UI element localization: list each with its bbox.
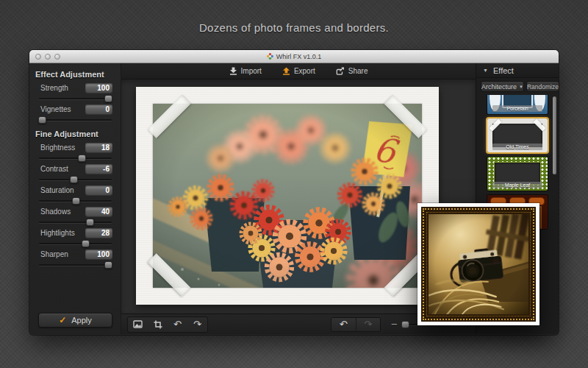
slider-thumb[interactable] (104, 261, 112, 269)
slider-label: Brightness (40, 144, 75, 152)
slider-row-vignettes: Vignettes 0 (38, 104, 112, 124)
effects-panel-title: Effect (493, 66, 514, 75)
slider-label: Contrast (40, 165, 68, 173)
export-arrow-icon (282, 67, 290, 75)
app-pinwheel-icon (267, 53, 273, 60)
slider-value[interactable]: 18 (85, 143, 112, 152)
slider-track[interactable] (39, 175, 112, 183)
slider-row-strength: Strength 100 (38, 82, 112, 102)
desktop-background: Dozens of photo frames and borders. Whir… (0, 0, 588, 368)
rotate-left-button[interactable]: ↶ (168, 318, 187, 331)
slider-row-saturation: Saturation 0 (38, 185, 112, 205)
history-group: ↶ ↷ (331, 317, 381, 332)
thumbnail-label: Old Times (492, 144, 542, 150)
crop-button[interactable] (148, 318, 167, 331)
slider-thumb[interactable] (70, 176, 78, 183)
slider-value[interactable]: 28 (85, 228, 112, 238)
slider-track[interactable] (39, 94, 112, 102)
slider-label: Saturation (40, 186, 74, 194)
slider-track[interactable] (39, 116, 112, 124)
thumbnail-old-times[interactable]: Old Times (487, 118, 548, 152)
slider-label: Vignettes (40, 105, 71, 113)
slider-row-hightlights: Hightlights 28 (38, 227, 112, 247)
zoom-out-icon[interactable]: – (392, 318, 397, 329)
flowers-photo-art: 6 (153, 104, 422, 288)
apply-button[interactable]: ✓ Apply (38, 313, 112, 328)
import-label: Import (241, 67, 262, 75)
photo-frame-old-times[interactable]: 6 (136, 87, 439, 305)
randomize-button[interactable]: Randomize (526, 81, 559, 92)
category-value: Architecture (481, 83, 517, 91)
window-title: Whirl FX v1.0.1 (276, 53, 322, 60)
slider-thumb[interactable] (82, 240, 90, 247)
category-dropdown[interactable]: Architecture ▼ (481, 81, 524, 92)
fit-image-button[interactable] (129, 318, 147, 331)
camera-photo (429, 214, 528, 314)
slider-thumb[interactable] (78, 155, 86, 162)
import-arrow-icon (229, 67, 237, 75)
transform-tool-group: ↶ ↷ (127, 316, 208, 333)
section-fine-adjustment: Fine Adjustment (35, 130, 112, 138)
slider-row-sharpen: Sharpen 100 (38, 249, 112, 269)
apply-label: Apply (71, 316, 92, 325)
minimize-button[interactable] (45, 54, 51, 60)
rotate-right-button[interactable]: ↷ (188, 318, 207, 331)
checkmark-icon: ✓ (59, 316, 66, 325)
undo-button[interactable]: ↶ (331, 318, 356, 331)
thumbnail-label: Porcelain (492, 105, 542, 112)
thumbnail-label: Maple Leaf (492, 182, 542, 188)
share-icon (336, 67, 345, 75)
rotate-left-icon: ↶ (173, 319, 182, 329)
share-button[interactable]: Share (336, 67, 368, 75)
crop-icon (154, 320, 162, 329)
slider-track[interactable] (39, 239, 112, 247)
zoom-slider-thumb[interactable] (401, 321, 409, 328)
flowers-photo[interactable]: 6 (153, 104, 422, 288)
marketing-headline: Dozens of photo frames and borders. (0, 21, 588, 34)
undo-icon: ↶ (340, 319, 348, 329)
fit-image-icon (133, 320, 143, 328)
rotate-right-icon: ↷ (193, 319, 201, 329)
slider-value[interactable]: 40 (85, 207, 112, 216)
slider-label: Sharpen (40, 250, 68, 258)
export-label: Export (294, 67, 315, 75)
share-label: Share (348, 67, 368, 75)
randomize-label: Randomize (527, 83, 559, 91)
title-bar[interactable]: Whirl FX v1.0.1 (29, 50, 559, 63)
effects-panel-header[interactable]: ▼ Effect (476, 63, 559, 78)
slider-thumb[interactable] (38, 116, 46, 124)
slider-value[interactable]: 0 (85, 185, 112, 195)
framed-sample-photo (417, 203, 539, 325)
thumbnail-scrollbar[interactable] (553, 96, 556, 174)
dropdown-caret-icon: ▼ (519, 85, 523, 89)
thumbnail-maple-leaf[interactable]: Maple Leaf (487, 157, 548, 191)
chevron-down-icon: ▼ (483, 68, 488, 73)
slider-track[interactable] (39, 218, 112, 226)
slider-track[interactable] (39, 261, 112, 269)
slider-row-contrast: Contrast -6 (38, 163, 112, 183)
slider-track[interactable] (39, 154, 112, 162)
slider-thumb[interactable] (104, 95, 112, 102)
slider-value[interactable]: 100 (85, 250, 112, 259)
slider-thumb[interactable] (72, 197, 80, 205)
slider-label: Hightlights (40, 229, 75, 237)
zoom-button[interactable] (54, 54, 60, 60)
ornate-gold-frame (421, 207, 536, 322)
section-effect-adjustment: Effect Adjustment (35, 70, 112, 79)
close-button[interactable] (35, 54, 41, 60)
redo-icon: ↷ (364, 319, 372, 329)
thumbnail-porcelain[interactable]: Porcelain (487, 95, 548, 114)
redo-button[interactable]: ↷ (356, 318, 380, 331)
slider-value[interactable]: 100 (85, 83, 112, 93)
traffic-lights (35, 54, 60, 60)
top-toolbar: Import Export (121, 63, 476, 79)
slider-track[interactable] (39, 197, 112, 205)
import-button[interactable]: Import (229, 67, 262, 75)
slider-value[interactable]: 0 (85, 105, 112, 114)
slider-label: Shadows (40, 208, 71, 216)
export-button[interactable]: Export (282, 67, 315, 75)
slider-thumb[interactable] (86, 219, 94, 226)
slider-row-shadows: Shadows 40 (38, 206, 112, 226)
slider-value[interactable]: -6 (85, 164, 112, 174)
camera-photo-art (429, 214, 528, 314)
